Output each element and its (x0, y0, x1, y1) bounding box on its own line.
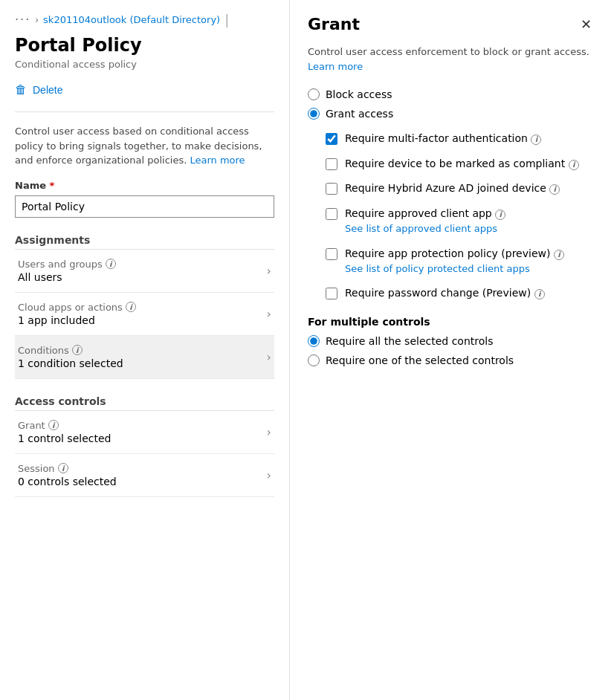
cloud-apps-chevron: › (267, 307, 271, 321)
conditions-info-icon: i (72, 345, 83, 355)
users-groups-chevron: › (267, 264, 271, 278)
policy-protected-apps-link[interactable]: See list of policy protected client apps (345, 262, 564, 276)
users-groups-value: All users (18, 271, 267, 283)
conditions-content: Conditions i 1 condition selected (18, 345, 267, 369)
conditions-value: 1 condition selected (18, 357, 267, 369)
access-controls-heading: Access controls (15, 395, 274, 407)
require-all-radio[interactable] (308, 335, 320, 347)
multiple-controls-radio-group: Require all the selected controls Requir… (308, 335, 596, 366)
cloud-apps-content: Cloud apps or actions i 1 app included (18, 302, 267, 326)
session-title: Session i (18, 463, 267, 474)
breadcrumb: ··· › sk201104outlook (Default Directory… (15, 12, 274, 27)
delete-button[interactable]: 🗑 Delete (15, 80, 62, 100)
app-protection-info-icon: i (554, 250, 564, 260)
grant-access-label: Grant access (326, 108, 393, 120)
policy-description: Control user access based on conditional… (15, 124, 274, 168)
approved-checkbox[interactable] (326, 208, 337, 220)
grant-info-icon: i (48, 420, 59, 430)
users-groups-title: Users and groups i (18, 259, 267, 270)
session-content: Session i 0 controls selected (18, 463, 267, 487)
conditions-chevron: › (267, 350, 271, 364)
block-access-label: Block access (326, 88, 392, 100)
app-protection-checkbox[interactable] (326, 248, 337, 260)
require-one-label: Require one of the selected controls (326, 354, 514, 366)
learn-more-left-link[interactable]: Learn more (190, 155, 245, 166)
approved-client-apps-link[interactable]: See list of approved client apps (345, 222, 505, 236)
app-protection-checkbox-item[interactable]: Require app protection policy (preview) … (326, 247, 596, 276)
mfa-label: Require multi-factor authentication i (345, 132, 541, 146)
block-access-radio[interactable] (308, 88, 320, 100)
session-info-icon: i (58, 463, 68, 473)
panel-description: Control user access enforcement to block… (308, 45, 596, 74)
hybrid-info-icon: i (549, 184, 560, 195)
cloud-apps-title: Cloud apps or actions i (18, 302, 267, 313)
delete-label: Delete (33, 84, 62, 96)
breadcrumb-tenant[interactable]: sk201104outlook (Default Directory) (43, 14, 220, 25)
page-subtitle: Conditional access policy (15, 59, 274, 70)
compliant-checkbox[interactable] (326, 158, 337, 170)
breadcrumb-dots: ··· (15, 13, 30, 27)
assignments-heading: Assignments (15, 234, 274, 246)
session-chevron: › (267, 468, 271, 482)
grant-checkboxes-section: Require multi-factor authentication i Re… (326, 132, 596, 301)
approved-checkbox-item[interactable]: Require approved client app i See list o… (326, 207, 596, 236)
delete-icon: 🗑 (15, 83, 27, 97)
learn-more-right-link[interactable]: Learn more (308, 61, 363, 72)
session-nav-item[interactable]: Session i 0 controls selected › (15, 454, 274, 497)
block-access-radio-item[interactable]: Block access (308, 88, 596, 100)
hybrid-checkbox[interactable] (326, 183, 337, 195)
grant-chevron: › (267, 425, 271, 439)
require-all-label: Require all the selected controls (326, 335, 493, 347)
panel-header: Grant ✕ (308, 15, 596, 34)
compliant-info-icon: i (569, 160, 579, 170)
hybrid-label: Require Hybrid Azure AD joined device i (345, 181, 560, 196)
grant-value: 1 control selected (18, 432, 267, 444)
grant-access-radio[interactable] (308, 108, 320, 120)
grant-title: Grant i (18, 420, 267, 431)
users-groups-info-icon: i (106, 259, 116, 269)
app-protection-label: Require app protection policy (preview) … (345, 247, 564, 276)
page-title: Portal Policy (15, 35, 274, 56)
compliant-label: Require device to be marked as compliant… (345, 157, 579, 172)
grant-nav-item[interactable]: Grant i 1 control selected › (15, 411, 274, 454)
cloud-apps-value: 1 app included (18, 314, 267, 326)
cloud-apps-nav-item[interactable]: Cloud apps or actions i 1 app included › (15, 293, 274, 336)
grant-content: Grant i 1 control selected (18, 420, 267, 444)
users-groups-content: Users and groups i All users (18, 259, 267, 283)
breadcrumb-chevron: › (35, 15, 39, 25)
mfa-info-icon: i (531, 135, 541, 145)
breadcrumb-separator: | (224, 12, 229, 27)
mfa-checkbox[interactable] (326, 133, 337, 145)
name-label: Name * (15, 180, 274, 191)
cloud-apps-info-icon: i (126, 302, 136, 312)
require-all-radio-item[interactable]: Require all the selected controls (308, 335, 596, 347)
policy-name-input[interactable] (15, 195, 274, 218)
approved-label: Require approved client app i See list o… (345, 207, 505, 236)
access-type-radio-group: Block access Grant access (308, 88, 596, 120)
password-change-label: Require password change (Preview) i (345, 286, 545, 301)
conditions-title: Conditions i (18, 345, 267, 356)
left-panel: ··· › sk201104outlook (Default Directory… (0, 0, 290, 700)
password-change-info-icon: i (534, 289, 545, 299)
session-value: 0 controls selected (18, 476, 267, 487)
password-change-checkbox-item[interactable]: Require password change (Preview) i (326, 286, 596, 301)
approved-info-icon: i (495, 210, 505, 220)
require-one-radio-item[interactable]: Require one of the selected controls (308, 354, 596, 366)
panel-title: Grant (308, 15, 360, 33)
for-multiple-label: For multiple controls (308, 316, 596, 328)
require-one-radio[interactable] (308, 354, 320, 366)
conditions-nav-item[interactable]: Conditions i 1 condition selected › (15, 336, 274, 379)
mfa-checkbox-item[interactable]: Require multi-factor authentication i (326, 132, 596, 146)
hybrid-checkbox-item[interactable]: Require Hybrid Azure AD joined device i (326, 181, 596, 196)
compliant-checkbox-item[interactable]: Require device to be marked as compliant… (326, 157, 596, 172)
users-groups-nav-item[interactable]: Users and groups i All users › (15, 250, 274, 293)
grant-access-radio-item[interactable]: Grant access (308, 108, 596, 120)
close-button[interactable]: ✕ (576, 15, 596, 34)
password-change-checkbox[interactable] (326, 288, 337, 299)
required-indicator: * (50, 180, 55, 191)
top-divider (15, 111, 274, 112)
right-panel: Grant ✕ Control user access enforcement … (290, 0, 614, 700)
